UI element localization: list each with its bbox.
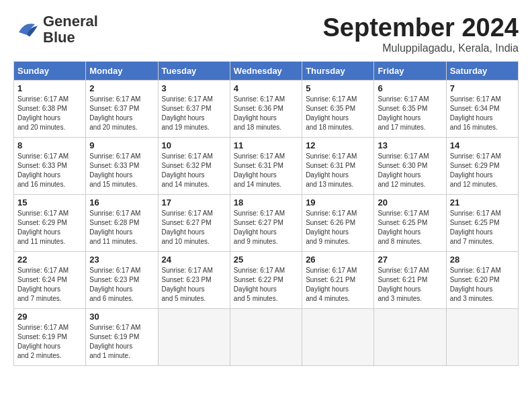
calendar-cell: 28 Sunrise: 6:17 AM Sunset: 6:20 PM Dayl… xyxy=(446,252,518,309)
calendar-week-2: 8 Sunrise: 6:17 AM Sunset: 6:33 PM Dayli… xyxy=(14,138,519,195)
calendar-cell xyxy=(446,309,518,366)
column-header-sunday: Sunday xyxy=(14,62,86,81)
day-number: 29 xyxy=(17,312,82,322)
day-number: 15 xyxy=(17,197,82,208)
day-info: Sunrise: 6:17 AM Sunset: 6:28 PM Dayligh… xyxy=(89,209,154,246)
calendar-week-5: 29 Sunrise: 6:17 AM Sunset: 6:19 PM Dayl… xyxy=(14,309,519,366)
calendar-cell: 15 Sunrise: 6:17 AM Sunset: 6:29 PM Dayl… xyxy=(14,195,86,252)
calendar-cell: 7 Sunrise: 6:17 AM Sunset: 6:34 PM Dayli… xyxy=(446,81,518,138)
day-number: 28 xyxy=(450,255,515,265)
column-header-friday: Friday xyxy=(374,62,446,81)
calendar-cell xyxy=(374,309,446,366)
day-number: 4 xyxy=(234,83,298,93)
day-number: 25 xyxy=(234,255,298,265)
page-header: General Blue September 2024 Muluppilagad… xyxy=(13,13,519,54)
day-info: Sunrise: 6:17 AM Sunset: 6:21 PM Dayligh… xyxy=(378,266,442,304)
day-info: Sunrise: 6:17 AM Sunset: 6:29 PM Dayligh… xyxy=(17,209,82,246)
day-info: Sunrise: 6:17 AM Sunset: 6:23 PM Dayligh… xyxy=(89,266,154,304)
calendar-table: SundayMondayTuesdayWednesdayThursdayFrid… xyxy=(13,61,519,366)
day-number: 7 xyxy=(450,83,515,93)
day-number: 23 xyxy=(89,255,154,265)
column-header-tuesday: Tuesday xyxy=(158,62,230,81)
day-number: 18 xyxy=(234,197,298,208)
day-info: Sunrise: 6:17 AM Sunset: 6:35 PM Dayligh… xyxy=(378,95,442,132)
day-info: Sunrise: 6:17 AM Sunset: 6:20 PM Dayligh… xyxy=(450,266,515,304)
calendar-cell: 11 Sunrise: 6:17 AM Sunset: 6:31 PM Dayl… xyxy=(230,138,302,195)
calendar-cell: 9 Sunrise: 6:17 AM Sunset: 6:33 PM Dayli… xyxy=(86,138,158,195)
day-number: 9 xyxy=(89,140,154,150)
calendar-cell xyxy=(230,309,302,366)
calendar-cell: 18 Sunrise: 6:17 AM Sunset: 6:27 PM Dayl… xyxy=(230,195,302,252)
day-number: 17 xyxy=(162,197,226,208)
calendar-cell: 25 Sunrise: 6:17 AM Sunset: 6:22 PM Dayl… xyxy=(230,252,302,309)
day-number: 2 xyxy=(89,83,154,93)
day-info: Sunrise: 6:17 AM Sunset: 6:34 PM Dayligh… xyxy=(450,95,515,132)
logo: General Blue xyxy=(13,13,98,46)
location-title: Muluppilagadu, Kerala, India xyxy=(323,42,519,54)
day-info: Sunrise: 6:17 AM Sunset: 6:38 PM Dayligh… xyxy=(17,95,82,132)
day-info: Sunrise: 6:17 AM Sunset: 6:25 PM Dayligh… xyxy=(450,209,515,246)
calendar-cell: 4 Sunrise: 6:17 AM Sunset: 6:36 PM Dayli… xyxy=(230,81,302,138)
calendar-week-3: 15 Sunrise: 6:17 AM Sunset: 6:29 PM Dayl… xyxy=(14,195,519,252)
day-info: Sunrise: 6:17 AM Sunset: 6:31 PM Dayligh… xyxy=(306,152,370,189)
column-header-thursday: Thursday xyxy=(302,62,374,81)
calendar-cell: 23 Sunrise: 6:17 AM Sunset: 6:23 PM Dayl… xyxy=(86,252,158,309)
title-block: September 2024 Muluppilagadu, Kerala, In… xyxy=(323,13,519,54)
calendar-cell: 26 Sunrise: 6:17 AM Sunset: 6:21 PM Dayl… xyxy=(302,252,374,309)
calendar-cell: 1 Sunrise: 6:17 AM Sunset: 6:38 PM Dayli… xyxy=(14,81,86,138)
day-info: Sunrise: 6:17 AM Sunset: 6:32 PM Dayligh… xyxy=(162,152,226,189)
calendar-cell: 21 Sunrise: 6:17 AM Sunset: 6:25 PM Dayl… xyxy=(446,195,518,252)
day-number: 1 xyxy=(17,83,82,93)
day-info: Sunrise: 6:17 AM Sunset: 6:33 PM Dayligh… xyxy=(17,152,82,189)
calendar-cell: 5 Sunrise: 6:17 AM Sunset: 6:35 PM Dayli… xyxy=(302,81,374,138)
day-number: 5 xyxy=(306,83,370,93)
column-header-monday: Monday xyxy=(86,62,158,81)
day-number: 13 xyxy=(378,140,442,150)
calendar-cell: 17 Sunrise: 6:17 AM Sunset: 6:27 PM Dayl… xyxy=(158,195,230,252)
day-number: 20 xyxy=(378,197,442,208)
day-number: 6 xyxy=(378,83,442,93)
day-number: 3 xyxy=(162,83,226,93)
calendar-cell: 2 Sunrise: 6:17 AM Sunset: 6:37 PM Dayli… xyxy=(86,81,158,138)
day-info: Sunrise: 6:17 AM Sunset: 6:33 PM Dayligh… xyxy=(89,152,154,189)
calendar-cell: 14 Sunrise: 6:17 AM Sunset: 6:29 PM Dayl… xyxy=(446,138,518,195)
day-info: Sunrise: 6:17 AM Sunset: 6:22 PM Dayligh… xyxy=(234,266,298,304)
logo-icon xyxy=(13,16,40,43)
day-info: Sunrise: 6:17 AM Sunset: 6:35 PM Dayligh… xyxy=(306,95,370,132)
column-header-wednesday: Wednesday xyxy=(230,62,302,81)
calendar-cell xyxy=(158,309,230,366)
calendar-cell: 16 Sunrise: 6:17 AM Sunset: 6:28 PM Dayl… xyxy=(86,195,158,252)
day-number: 22 xyxy=(17,255,82,265)
month-title: September 2024 xyxy=(323,13,519,42)
day-info: Sunrise: 6:17 AM Sunset: 6:25 PM Dayligh… xyxy=(378,209,442,246)
day-number: 24 xyxy=(162,255,226,265)
logo-text: General Blue xyxy=(43,13,98,46)
calendar-cell: 13 Sunrise: 6:17 AM Sunset: 6:30 PM Dayl… xyxy=(374,138,446,195)
day-info: Sunrise: 6:17 AM Sunset: 6:19 PM Dayligh… xyxy=(89,323,154,361)
calendar-cell: 19 Sunrise: 6:17 AM Sunset: 6:26 PM Dayl… xyxy=(302,195,374,252)
day-number: 19 xyxy=(306,197,370,208)
day-number: 10 xyxy=(162,140,226,150)
column-header-saturday: Saturday xyxy=(446,62,518,81)
day-info: Sunrise: 6:17 AM Sunset: 6:24 PM Dayligh… xyxy=(17,266,82,304)
day-number: 11 xyxy=(234,140,298,150)
day-info: Sunrise: 6:17 AM Sunset: 6:31 PM Dayligh… xyxy=(234,152,298,189)
day-info: Sunrise: 6:17 AM Sunset: 6:37 PM Dayligh… xyxy=(89,95,154,132)
calendar-cell: 8 Sunrise: 6:17 AM Sunset: 6:33 PM Dayli… xyxy=(14,138,86,195)
day-info: Sunrise: 6:17 AM Sunset: 6:37 PM Dayligh… xyxy=(162,95,226,132)
calendar-cell: 10 Sunrise: 6:17 AM Sunset: 6:32 PM Dayl… xyxy=(158,138,230,195)
day-number: 16 xyxy=(89,197,154,208)
day-number: 14 xyxy=(450,140,515,150)
day-info: Sunrise: 6:17 AM Sunset: 6:19 PM Dayligh… xyxy=(17,323,82,361)
day-info: Sunrise: 6:17 AM Sunset: 6:27 PM Dayligh… xyxy=(162,209,226,246)
day-info: Sunrise: 6:17 AM Sunset: 6:29 PM Dayligh… xyxy=(450,152,515,189)
calendar-week-1: 1 Sunrise: 6:17 AM Sunset: 6:38 PM Dayli… xyxy=(14,81,519,138)
calendar-week-4: 22 Sunrise: 6:17 AM Sunset: 6:24 PM Dayl… xyxy=(14,252,519,309)
calendar-cell: 3 Sunrise: 6:17 AM Sunset: 6:37 PM Dayli… xyxy=(158,81,230,138)
day-info: Sunrise: 6:17 AM Sunset: 6:23 PM Dayligh… xyxy=(162,266,226,304)
calendar-cell: 24 Sunrise: 6:17 AM Sunset: 6:23 PM Dayl… xyxy=(158,252,230,309)
calendar-cell: 12 Sunrise: 6:17 AM Sunset: 6:31 PM Dayl… xyxy=(302,138,374,195)
day-info: Sunrise: 6:17 AM Sunset: 6:36 PM Dayligh… xyxy=(234,95,298,132)
day-number: 12 xyxy=(306,140,370,150)
day-info: Sunrise: 6:17 AM Sunset: 6:26 PM Dayligh… xyxy=(306,209,370,246)
